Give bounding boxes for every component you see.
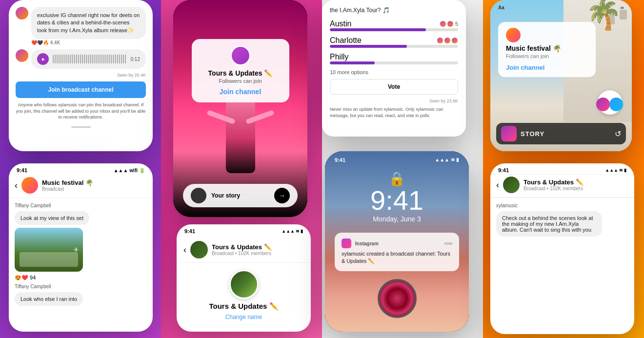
signal-8: ▲▲▲	[605, 168, 618, 173]
story-avatar	[191, 188, 206, 203]
lock-battery: ▮	[456, 157, 459, 163]
poll-city-charlotte: Charlotte	[330, 36, 362, 45]
poll-option-philly: Philly	[330, 53, 458, 64]
status-icons-6: ▲▲▲ ≋ ▮	[282, 229, 303, 234]
poll-avatar	[447, 20, 454, 27]
join-channel-button[interactable]: Join channel	[201, 88, 280, 96]
instagram-notif-icon	[342, 239, 351, 248]
more-options[interactable]: 10 more options	[330, 69, 458, 75]
header-sub-5: Broadcast	[42, 186, 147, 192]
status-icons-5: ▲▲▲ wifi 🔋	[114, 168, 145, 173]
refresh-icon[interactable]: ↺	[615, 129, 621, 139]
channel-main-area: Tours & Updates ✏️ Change name	[177, 263, 311, 332]
waveform	[53, 55, 127, 63]
chat-header-5: ‹ Music festival 🌴 Broadcast	[9, 175, 153, 198]
phone-story-concert: Tours & Updates ✏️ Followers can join Jo…	[173, 0, 307, 217]
time-6: 9:41	[184, 228, 195, 234]
phone-festival-chat: 9:41 ▲▲▲ wifi 🔋 ‹ Music festival 🌴 Broad…	[9, 163, 153, 332]
send-icon: ✈	[73, 246, 79, 254]
reaction-row: ❤️🖤🔥 4.4K	[31, 40, 146, 45]
wifi-8: ≋	[619, 168, 623, 173]
phone-lock-screen: 9:41 ▲▲▲ ≋ ▮ 🔒 9:41 Monday, June 3 Insta…	[325, 151, 469, 332]
lock-time-status: 9:41	[335, 157, 345, 163]
poll-city-philly: Philly	[330, 53, 348, 61]
change-name-button[interactable]: Change name	[225, 314, 262, 320]
notif-app-name: Instagram	[355, 241, 440, 246]
vinyl-record	[378, 279, 417, 318]
chat-area-5: Tiffany Campbell Look at my view of this…	[9, 198, 153, 332]
lock-screen: 9:41 ▲▲▲ ≋ ▮ 🔒 9:41 Monday, June 3 Insta…	[325, 151, 469, 332]
poll-title: the I.Am.Xyla Tour? 🎵	[330, 7, 458, 14]
channel-header-name: Tours & Updates ✏️	[212, 243, 304, 251]
reactions: ❤️🖤🔥 4.4K	[31, 40, 60, 45]
vote-button[interactable]: Vote	[330, 79, 458, 95]
notification-card: Instagram now xylamusic created a broadc…	[335, 233, 459, 271]
channel-main-avatar	[229, 270, 259, 299]
channel-sub: Followers can join	[201, 78, 280, 84]
status-icons-8: ▲▲▲ ≋ ▮	[605, 168, 626, 173]
join-broadcast-button[interactable]: Join broadcast channel	[16, 81, 146, 98]
battery-icon: 🔋	[139, 168, 145, 173]
lock-status-icons: ▲▲▲ ≋ ▮	[435, 157, 459, 163]
phone-broadcast-channel: exclusive IG channel right now for deets…	[9, 0, 153, 151]
status-bar-8: 9:41 ▲▲▲ ≋ ▮	[490, 163, 634, 174]
status-bar-6: 9:41 ▲▲▲ ≋ ▮	[177, 224, 311, 235]
story-dot	[596, 98, 610, 111]
status-bar-5: 9:41 ▲▲▲ wifi 🔋	[9, 163, 153, 175]
audio-duration: 0:12	[131, 57, 140, 62]
header-avatar-8	[503, 177, 520, 193]
story-bar: Your story →	[183, 184, 298, 207]
channel-card: Tours & Updates ✏️ Followers can join Jo…	[192, 39, 289, 102]
sender-name-2: Tiffany Campbell	[15, 284, 147, 289]
phone-poll: the I.Am.Xyla Tour? 🎵 Austin 5	[322, 0, 466, 137]
festival-join-button[interactable]: Join channel	[506, 64, 588, 71]
sender-name-8: xylamusic	[496, 203, 628, 208]
battery-6: ▮	[301, 229, 303, 234]
channel-name: Tours & Updates ✏️	[201, 69, 280, 77]
festival-card-name: Music festival 🌴	[506, 44, 588, 52]
notif-time: now	[444, 241, 452, 246]
time-8: 9:41	[498, 167, 509, 173]
poll-avatar	[440, 20, 446, 27]
join-desc: Anyone who follows xylamusic can join th…	[16, 102, 146, 120]
poll-desc: Never miss an update from xylamusic. Onl…	[330, 106, 458, 119]
signal-bars: ▲▲▲	[114, 168, 128, 173]
back-button-5[interactable]: ‹	[15, 180, 18, 191]
channel-avatar	[231, 46, 250, 65]
channel-header-6: ‹ Tours & Updates ✏️ Broadcast • 102K me…	[177, 235, 311, 263]
story-label: STORY	[521, 130, 544, 138]
back-button-8[interactable]: ‹	[496, 180, 499, 190]
reactions-5: 😍❤️ 94	[15, 275, 147, 281]
header-sub-8: Broadcast • 102K members	[523, 186, 628, 191]
story-text: Your story	[211, 192, 269, 199]
poll-avatar	[437, 37, 443, 44]
chat-msg-8: Check out a behind the scenes look at th…	[496, 211, 602, 237]
time-5: 9:41	[17, 167, 27, 173]
poll-city-austin: Austin	[330, 20, 351, 28]
concert-background: Tours & Updates ✏️ Followers can join Jo…	[173, 0, 307, 217]
poll-count-austin: 5	[455, 21, 458, 27]
play-button[interactable]	[37, 53, 49, 65]
story-send-button[interactable]: →	[274, 188, 290, 203]
battery-8: ▮	[624, 168, 626, 173]
poll-avatar	[451, 37, 458, 44]
channel-main-name: Tours & Updates ✏️	[209, 302, 278, 311]
lock-wifi: ≋	[451, 157, 455, 163]
wifi-icon: wifi	[129, 168, 138, 173]
poll-avatar	[444, 37, 451, 44]
signal-6: ▲▲▲	[282, 229, 295, 234]
header-name-5: Music festival 🌴	[42, 179, 147, 186]
notif-text: xylamusic created a broadcast channel: T…	[342, 250, 452, 265]
chat-msg-1: Look at my view of this set	[15, 211, 89, 225]
header-name-8: Tours & Updates ✏️	[523, 179, 628, 186]
status-bar-4: Aa ∞	[498, 5, 624, 10]
phone-music-festival: 🌴 Aa ∞ Music festival 🌴 Followers can jo…	[490, 0, 632, 151]
festival-card-sub: Followers can join	[506, 53, 588, 59]
poll-seen-by: Seen by 23.8K	[330, 99, 458, 103]
chat-area-8: xylamusic Check out a behind the scenes …	[490, 198, 634, 334]
festival-card: Music festival 🌴 Followers can join Join…	[498, 22, 596, 77]
back-button-6[interactable]: ‹	[183, 245, 186, 255]
wifi-6: ≋	[296, 229, 300, 234]
story-icon	[501, 126, 517, 141]
broadcast-msg-text: exclusive IG channel right now for deets…	[31, 7, 146, 39]
